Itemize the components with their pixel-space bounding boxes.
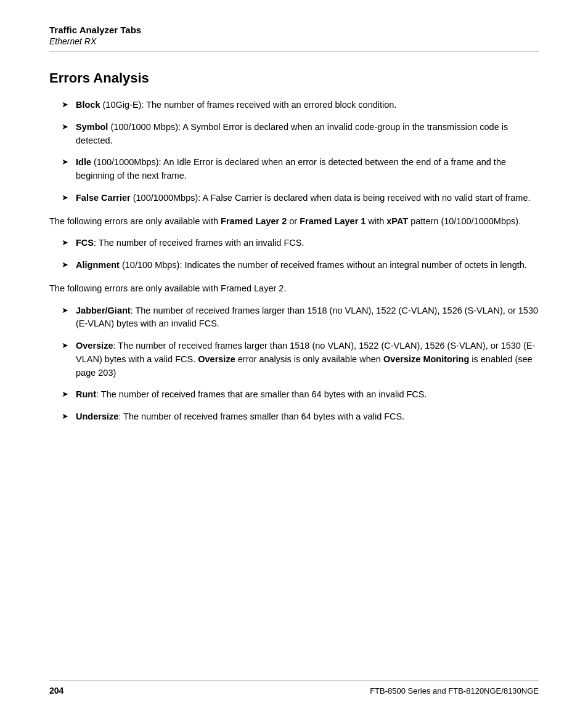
bullet-item-undersize: ➤ Undersize: The number of received fram… xyxy=(62,410,539,424)
bullet-term-runt: Runt xyxy=(76,389,96,399)
arrow-icon: ➤ xyxy=(62,341,68,351)
main-bullet-list: ➤ Block (10Gig-E): The number of frames … xyxy=(62,99,539,205)
bullet-term-symbol: Symbol xyxy=(76,122,108,132)
bullet-text-jabber-giant: Jabber/Giant: The number of received fra… xyxy=(76,304,539,331)
header-title: Traffic Analyzer Tabs xyxy=(49,25,539,35)
header-subtitle: Ethernet RX xyxy=(49,36,539,46)
bullet-term-block: Block xyxy=(76,100,100,110)
bullet-text-undersize: Undersize: The number of received frames… xyxy=(76,410,404,424)
footer-page-number: 204 xyxy=(49,686,63,696)
bullet-item-oversize: ➤ Oversize: The number of received frame… xyxy=(62,339,539,379)
prose-text-1: The following errors are only available … xyxy=(49,215,539,229)
arrow-icon: ➤ xyxy=(62,100,68,110)
framed-layer2-bullet-list: ➤ Jabber/Giant: The number of received f… xyxy=(62,304,539,424)
bullet-text-idle: Idle (100/1000Mbps): An Idle Error is de… xyxy=(76,156,539,183)
bullet-item-runt: ➤ Runt: The number of received frames th… xyxy=(62,388,539,402)
bullet-text-oversize: Oversize: The number of received frames … xyxy=(76,339,539,379)
bullet-item-alignment: ➤ Alignment (10/100 Mbps): Indicates the… xyxy=(62,259,539,272)
bullet-term-fcs: FCS xyxy=(76,238,94,248)
bullet-item-idle: ➤ Idle (100/1000Mbps): An Idle Error is … xyxy=(62,156,539,183)
header-section: Traffic Analyzer Tabs Ethernet RX xyxy=(49,25,539,52)
bullet-text-fcs: FCS: The number of received frames with … xyxy=(76,237,304,250)
arrow-icon: ➤ xyxy=(62,412,68,421)
section-title: Errors Analysis xyxy=(49,70,539,86)
bullet-item-jabber-giant: ➤ Jabber/Giant: The number of received f… xyxy=(62,304,539,331)
bullet-term-undersize: Undersize xyxy=(76,412,118,421)
bullet-term-jabber-giant: Jabber/Giant xyxy=(76,306,131,315)
bullet-text-alignment: Alignment (10/100 Mbps): Indicates the n… xyxy=(76,259,527,272)
bullet-term-alignment: Alignment xyxy=(76,260,120,270)
bullet-term-oversize: Oversize xyxy=(76,341,113,351)
arrow-icon: ➤ xyxy=(62,260,68,270)
arrow-icon: ➤ xyxy=(62,306,68,315)
bullet-item-fcs: ➤ FCS: The number of received frames wit… xyxy=(62,237,539,250)
bullet-item-false-carrier: ➤ False Carrier (100/1000Mbps): A False … xyxy=(62,192,539,205)
bullet-text-runt: Runt: The number of received frames that… xyxy=(76,388,427,402)
page-container: Traffic Analyzer Tabs Ethernet RX Errors… xyxy=(0,0,588,714)
footer: 204 FTB-8500 Series and FTB-8120NGE/8130… xyxy=(49,680,539,696)
framed-layer-bullet-list: ➤ FCS: The number of received frames wit… xyxy=(62,237,539,272)
bullet-term-idle: Idle xyxy=(76,157,91,167)
bullet-term-false-carrier: False Carrier xyxy=(76,193,131,203)
bullet-item-block: ➤ Block (10Gig-E): The number of frames … xyxy=(62,99,539,112)
bullet-text-block: Block (10Gig-E): The number of frames re… xyxy=(76,99,396,112)
arrow-icon: ➤ xyxy=(62,193,68,203)
bullet-item-symbol: ➤ Symbol (100/1000 Mbps): A Symbol Error… xyxy=(62,121,539,148)
arrow-icon: ➤ xyxy=(62,157,68,167)
arrow-icon: ➤ xyxy=(62,238,68,248)
prose-text-2: The following errors are only available … xyxy=(49,282,539,296)
bullet-text-false-carrier: False Carrier (100/1000Mbps): A False Ca… xyxy=(76,192,530,205)
arrow-icon: ➤ xyxy=(62,122,68,132)
footer-product-name: FTB-8500 Series and FTB-8120NGE/8130NGE xyxy=(370,686,539,696)
arrow-icon: ➤ xyxy=(62,389,68,399)
bullet-text-symbol: Symbol (100/1000 Mbps): A Symbol Error i… xyxy=(76,121,539,148)
